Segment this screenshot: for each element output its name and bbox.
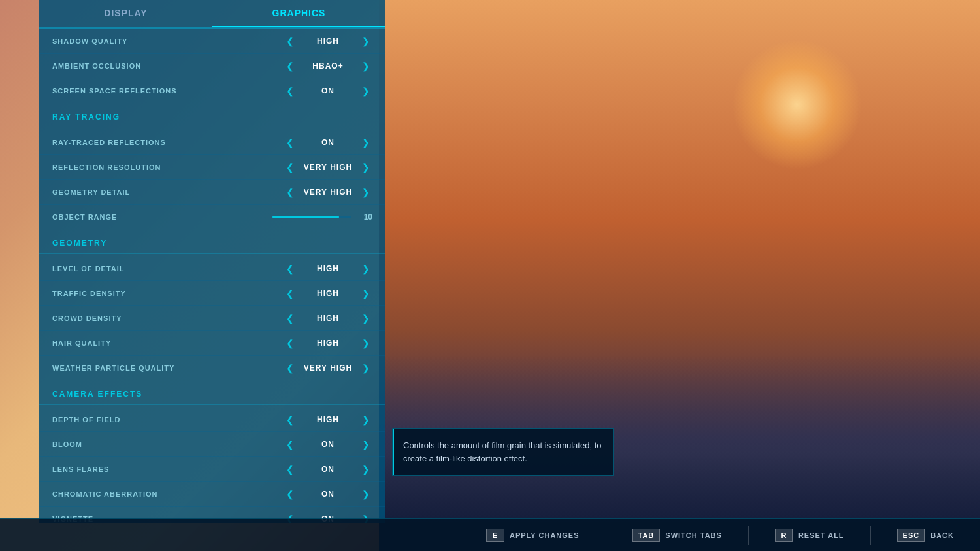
- weather-particle-quality-next[interactable]: ❯: [359, 363, 372, 373]
- setting-crowd-density: CROWD DENSITY ❮ HIGH ❯: [39, 306, 385, 331]
- separator-2: [748, 526, 749, 545]
- setting-ambient-occlusion: AMBIENT OCCLUSION ❮ HBAO+ ❯: [39, 54, 385, 78]
- lens-flares-control: ❮ ON ❯: [284, 464, 372, 475]
- separator-3: [870, 526, 871, 545]
- lens-flares-next[interactable]: ❯: [359, 464, 372, 475]
- level-of-detail-prev[interactable]: ❮: [284, 263, 297, 274]
- traffic-density-value: HIGH: [302, 289, 354, 298]
- geometry-detail-next[interactable]: ❯: [359, 187, 372, 197]
- crowd-density-next[interactable]: ❯: [359, 313, 372, 324]
- reflection-resolution-value: VERY HIGH: [302, 163, 354, 172]
- ray-traced-reflections-prev[interactable]: ❮: [284, 137, 297, 148]
- ray-traced-reflections-label: RAY-TRACED REFLECTIONS: [52, 139, 284, 146]
- traffic-density-prev[interactable]: ❮: [284, 288, 297, 299]
- tab-display[interactable]: DISPLAY: [39, 0, 212, 27]
- settings-content[interactable]: SHADOW QUALITY ❮ HIGH ❯ AMBIENT OCCLUSIO…: [39, 29, 385, 523]
- shadow-quality-next[interactable]: ❯: [359, 36, 372, 46]
- reflection-resolution-prev[interactable]: ❮: [284, 162, 297, 173]
- reset-all-key-badge: R: [775, 529, 793, 542]
- hair-quality-prev[interactable]: ❮: [284, 338, 297, 348]
- weather-particle-quality-control: ❮ VERY HIGH ❯: [284, 363, 372, 373]
- setting-bloom: BLOOM ❮ ON ❯: [39, 432, 385, 457]
- setting-screen-space-reflections: SCREEN SPACE REFLECTIONS ❮ ON ❯: [39, 78, 385, 103]
- bottom-bar: E APPLY CHANGES TAB SWITCH TABS R RESET …: [0, 518, 980, 551]
- shadow-quality-value: HIGH: [302, 37, 354, 46]
- bloom-control: ❮ ON ❯: [284, 439, 372, 450]
- ray-traced-reflections-next[interactable]: ❯: [359, 137, 372, 148]
- apply-changes-action: E APPLY CHANGES: [486, 529, 580, 542]
- setting-ray-traced-reflections: RAY-TRACED REFLECTIONS ❮ ON ❯: [39, 130, 385, 155]
- shadow-quality-label: SHADOW QUALITY: [52, 37, 284, 45]
- traffic-density-label: TRAFFIC DENSITY: [52, 290, 284, 297]
- setting-object-range: OBJECT RANGE 10: [39, 205, 385, 229]
- lens-flares-prev[interactable]: ❮: [284, 464, 297, 475]
- ambient-occlusion-label: AMBIENT OCCLUSION: [52, 62, 284, 70]
- weather-particle-quality-label: WEATHER PARTICLE QUALITY: [52, 364, 284, 372]
- crowd-density-value: HIGH: [302, 314, 354, 323]
- ambient-occlusion-control: ❮ HBAO+ ❯: [284, 61, 372, 71]
- crowd-density-prev[interactable]: ❮: [284, 313, 297, 324]
- chromatic-aberration-value: ON: [302, 490, 354, 499]
- depth-of-field-label: DEPTH OF FIELD: [52, 416, 284, 424]
- depth-of-field-control: ❮ HIGH ❯: [284, 414, 372, 425]
- lens-flares-label: LENS FLARES: [52, 465, 284, 473]
- shadow-quality-prev[interactable]: ❮: [284, 36, 297, 46]
- reflection-resolution-control: ❮ VERY HIGH ❯: [284, 162, 372, 173]
- weather-particle-quality-value: VERY HIGH: [302, 363, 354, 373]
- setting-depth-of-field: DEPTH OF FIELD ❮ HIGH ❯: [39, 407, 385, 432]
- depth-of-field-prev[interactable]: ❮: [284, 414, 297, 425]
- geometry-detail-control: ❮ VERY HIGH ❯: [284, 187, 372, 197]
- settings-panel: DISPLAY GRAPHICS SHADOW QUALITY ❮ HIGH ❯…: [39, 0, 385, 523]
- ray-traced-reflections-control: ❮ ON ❯: [284, 137, 372, 148]
- object-range-control: 10: [272, 212, 372, 222]
- crowd-density-label: CROWD DENSITY: [52, 314, 284, 322]
- apply-label: APPLY CHANGES: [510, 531, 580, 539]
- weather-particle-quality-prev[interactable]: ❮: [284, 363, 297, 373]
- switch-tabs-action: TAB SWITCH TABS: [632, 529, 722, 542]
- object-range-fill: [272, 216, 339, 218]
- tab-graphics[interactable]: GRAPHICS: [212, 0, 385, 27]
- section-ray-tracing: RAY TRACING: [39, 103, 385, 127]
- object-range-track[interactable]: [272, 216, 351, 218]
- back-action[interactable]: ESC BACK: [897, 529, 954, 542]
- geometry-detail-label: GEOMETRY DETAIL: [52, 188, 284, 196]
- back-label: BACK: [930, 531, 954, 539]
- depth-of-field-next[interactable]: ❯: [359, 414, 372, 425]
- tooltip-text: Controls the amount of film grain that i…: [403, 441, 601, 463]
- ambient-occlusion-prev[interactable]: ❮: [284, 61, 297, 71]
- level-of-detail-value: HIGH: [302, 264, 354, 273]
- bloom-prev[interactable]: ❮: [284, 439, 297, 450]
- traffic-density-next[interactable]: ❯: [359, 288, 372, 299]
- tabs-container: DISPLAY GRAPHICS: [39, 0, 385, 29]
- chromatic-aberration-prev[interactable]: ❮: [284, 489, 297, 499]
- chromatic-aberration-next[interactable]: ❯: [359, 489, 372, 499]
- apply-key-badge: E: [486, 529, 504, 542]
- bloom-next[interactable]: ❯: [359, 439, 372, 450]
- reset-all-action[interactable]: R RESET ALL: [775, 529, 844, 542]
- ambient-occlusion-next[interactable]: ❯: [359, 61, 372, 71]
- reflection-resolution-next[interactable]: ❯: [359, 162, 372, 173]
- crowd-density-control: ❮ HIGH ❯: [284, 313, 372, 324]
- geometry-detail-value: VERY HIGH: [302, 188, 354, 197]
- separator-1: [606, 526, 606, 545]
- hair-quality-next[interactable]: ❯: [359, 338, 372, 348]
- hair-quality-label: HAIR QUALITY: [52, 339, 284, 347]
- hair-quality-control: ❮ HIGH ❯: [284, 338, 372, 348]
- screen-space-reflections-prev[interactable]: ❮: [284, 86, 297, 96]
- setting-lens-flares: LENS FLARES ❮ ON ❯: [39, 457, 385, 482]
- chromatic-aberration-control: ❮ ON ❯: [284, 489, 372, 499]
- level-of-detail-next[interactable]: ❯: [359, 263, 372, 274]
- ray-traced-reflections-value: ON: [302, 138, 354, 147]
- setting-hair-quality: HAIR QUALITY ❮ HIGH ❯: [39, 331, 385, 356]
- geometry-detail-prev[interactable]: ❮: [284, 187, 297, 197]
- level-of-detail-control: ❮ HIGH ❯: [284, 263, 372, 274]
- back-key-badge: ESC: [897, 529, 926, 542]
- traffic-density-control: ❮ HIGH ❯: [284, 288, 372, 299]
- reset-all-label: RESET ALL: [798, 531, 844, 539]
- screen-space-reflections-next[interactable]: ❯: [359, 86, 372, 96]
- switch-tabs-key-badge: TAB: [632, 529, 661, 542]
- setting-weather-particle-quality: WEATHER PARTICLE QUALITY ❮ VERY HIGH ❯: [39, 356, 385, 380]
- bloom-label: BLOOM: [52, 441, 284, 448]
- hair-quality-value: HIGH: [302, 339, 354, 348]
- shadow-quality-control: ❮ HIGH ❯: [284, 36, 372, 46]
